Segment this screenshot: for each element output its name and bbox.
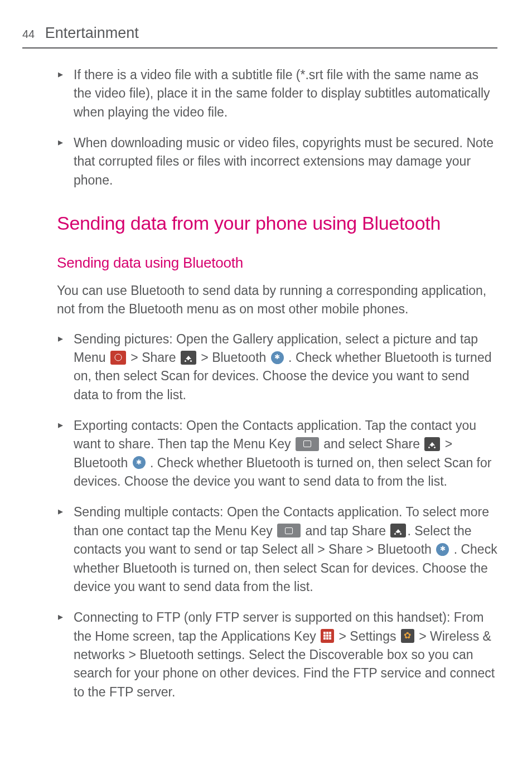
- steps-bullet-list: Sending pictures: Open the Gallery appli…: [57, 330, 497, 701]
- text: Open the: [224, 505, 283, 519]
- text: >: [197, 350, 212, 365]
- list-item: If there is a video file with a subtitle…: [57, 66, 497, 122]
- share-icon: [181, 351, 196, 365]
- term-appskey: Applications Key: [221, 629, 316, 643]
- text: >: [314, 542, 328, 556]
- bluetooth-icon: [271, 351, 284, 364]
- term-bluetooth: Bluetooth: [212, 350, 266, 365]
- item-lead: Sending multiple contacts:: [74, 505, 224, 519]
- text: . Check whether Bluetooth is turned on, …: [147, 456, 444, 470]
- page-title: Entertainment: [45, 22, 139, 44]
- term-scan: Scan for devices: [320, 561, 415, 575]
- text: >: [441, 437, 452, 451]
- item-lead: Exporting contacts:: [74, 418, 183, 433]
- page-number: 44: [22, 26, 35, 42]
- text: . Select the: [241, 647, 309, 662]
- subsection-heading: Sending data using Bluetooth: [57, 253, 497, 274]
- term-share: Share: [352, 524, 386, 538]
- term-btsettings: Bluetooth settings: [139, 647, 241, 662]
- term-share: Share: [328, 542, 362, 556]
- list-item: Sending multiple contacts: Open the Cont…: [57, 503, 497, 596]
- term-contacts: Contacts: [283, 505, 334, 519]
- menu-key-icon: [296, 437, 319, 451]
- term-menu: Menu: [74, 350, 106, 365]
- term-settings: Settings: [350, 629, 396, 643]
- menu-icon: [110, 351, 126, 365]
- text: and tap: [302, 524, 352, 538]
- text: >: [127, 350, 142, 365]
- intro-bullet-list: If there is a video file with a subtitle…: [57, 66, 497, 190]
- list-item: Connecting to FTP (only FTP server is su…: [57, 608, 497, 701]
- term-bluetooth: Bluetooth: [74, 456, 128, 470]
- text: application, select a picture and tap: [273, 332, 478, 346]
- item-lead: Connecting to FTP (only FTP server is su…: [74, 610, 450, 624]
- term-menukey: Menu Key: [233, 437, 291, 451]
- share-icon: [424, 437, 440, 451]
- list-item: Exporting contacts: Open the Contacts ap…: [57, 417, 497, 491]
- bluetooth-icon: [436, 543, 449, 556]
- term-share: Share: [142, 350, 176, 365]
- applications-key-icon: [321, 629, 334, 643]
- section-heading: Sending data from your phone using Bluet…: [57, 210, 497, 237]
- list-item: Sending pictures: Open the Gallery appli…: [57, 330, 497, 404]
- text: >: [415, 629, 430, 643]
- term-menukey: Menu Key: [215, 524, 273, 538]
- content-area: If there is a video file with a subtitle…: [57, 66, 497, 714]
- menu-key-icon: [277, 524, 301, 538]
- term-discoverable: Discoverable: [309, 647, 384, 662]
- text: . Choose the device you want to send dat…: [117, 474, 447, 488]
- text: and select: [320, 437, 386, 451]
- section-intro: You can use Bluetooth to send data by ru…: [57, 282, 497, 319]
- item-lead: Sending pictures:: [74, 332, 173, 346]
- term-contacts: Contacts: [243, 418, 293, 433]
- term-gallery: Gallery: [233, 332, 273, 346]
- text: Open the: [183, 418, 243, 433]
- bluetooth-icon: [133, 456, 146, 469]
- term-bluetooth: Bluetooth: [378, 542, 432, 556]
- text: >: [362, 542, 377, 556]
- settings-icon: [401, 629, 414, 643]
- text: >: [125, 647, 139, 662]
- term-selectall: Select all: [262, 542, 314, 556]
- share-icon: [390, 524, 406, 538]
- text: Open the: [173, 332, 233, 346]
- term-scan: Scan for devices: [161, 369, 255, 383]
- list-item: When downloading music or video files, c…: [57, 134, 497, 190]
- page-header: 44 Entertainment: [22, 22, 497, 49]
- term-share: Share: [386, 437, 420, 451]
- text: >: [335, 629, 350, 643]
